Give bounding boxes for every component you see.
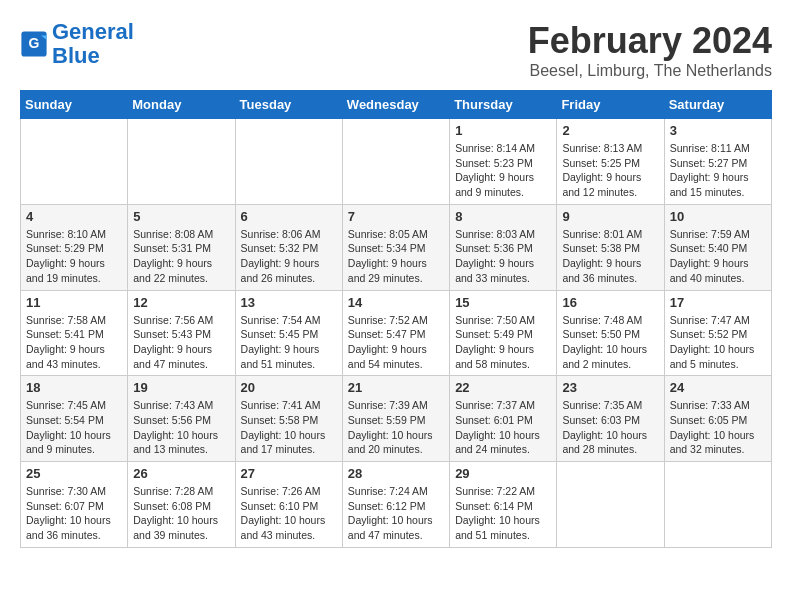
calendar-cell: 3Sunrise: 8:11 AMSunset: 5:27 PMDaylight…	[664, 119, 771, 205]
calendar-cell: 6Sunrise: 8:06 AMSunset: 5:32 PMDaylight…	[235, 204, 342, 290]
day-info: Sunrise: 7:54 AMSunset: 5:45 PMDaylight:…	[241, 313, 337, 372]
calendar-cell: 7Sunrise: 8:05 AMSunset: 5:34 PMDaylight…	[342, 204, 449, 290]
day-number: 23	[562, 380, 658, 395]
day-number: 9	[562, 209, 658, 224]
day-info: Sunrise: 8:06 AMSunset: 5:32 PMDaylight:…	[241, 227, 337, 286]
day-header: Friday	[557, 91, 664, 119]
day-info: Sunrise: 7:58 AMSunset: 5:41 PMDaylight:…	[26, 313, 122, 372]
calendar-cell: 28Sunrise: 7:24 AMSunset: 6:12 PMDayligh…	[342, 462, 449, 548]
calendar-week-row: 4Sunrise: 8:10 AMSunset: 5:29 PMDaylight…	[21, 204, 772, 290]
day-info: Sunrise: 8:13 AMSunset: 5:25 PMDaylight:…	[562, 141, 658, 200]
day-number: 21	[348, 380, 444, 395]
day-info: Sunrise: 7:33 AMSunset: 6:05 PMDaylight:…	[670, 398, 766, 457]
day-info: Sunrise: 8:08 AMSunset: 5:31 PMDaylight:…	[133, 227, 229, 286]
day-number: 20	[241, 380, 337, 395]
day-info: Sunrise: 7:56 AMSunset: 5:43 PMDaylight:…	[133, 313, 229, 372]
calendar-header-row: SundayMondayTuesdayWednesdayThursdayFrid…	[21, 91, 772, 119]
day-number: 1	[455, 123, 551, 138]
day-info: Sunrise: 7:43 AMSunset: 5:56 PMDaylight:…	[133, 398, 229, 457]
calendar-cell: 23Sunrise: 7:35 AMSunset: 6:03 PMDayligh…	[557, 376, 664, 462]
logo-text: General Blue	[52, 20, 134, 68]
calendar-cell: 11Sunrise: 7:58 AMSunset: 5:41 PMDayligh…	[21, 290, 128, 376]
calendar-cell: 26Sunrise: 7:28 AMSunset: 6:08 PMDayligh…	[128, 462, 235, 548]
calendar-cell: 22Sunrise: 7:37 AMSunset: 6:01 PMDayligh…	[450, 376, 557, 462]
calendar-cell	[128, 119, 235, 205]
day-number: 15	[455, 295, 551, 310]
calendar-cell	[21, 119, 128, 205]
calendar-body: 1Sunrise: 8:14 AMSunset: 5:23 PMDaylight…	[21, 119, 772, 548]
calendar-cell: 13Sunrise: 7:54 AMSunset: 5:45 PMDayligh…	[235, 290, 342, 376]
day-number: 11	[26, 295, 122, 310]
day-number: 2	[562, 123, 658, 138]
calendar-cell	[664, 462, 771, 548]
day-info: Sunrise: 8:03 AMSunset: 5:36 PMDaylight:…	[455, 227, 551, 286]
day-number: 10	[670, 209, 766, 224]
calendar-cell: 2Sunrise: 8:13 AMSunset: 5:25 PMDaylight…	[557, 119, 664, 205]
calendar-week-row: 18Sunrise: 7:45 AMSunset: 5:54 PMDayligh…	[21, 376, 772, 462]
day-info: Sunrise: 7:24 AMSunset: 6:12 PMDaylight:…	[348, 484, 444, 543]
day-info: Sunrise: 8:14 AMSunset: 5:23 PMDaylight:…	[455, 141, 551, 200]
day-number: 22	[455, 380, 551, 395]
svg-text:G: G	[29, 35, 40, 51]
day-number: 28	[348, 466, 444, 481]
day-info: Sunrise: 7:22 AMSunset: 6:14 PMDaylight:…	[455, 484, 551, 543]
logo-line1: General	[52, 19, 134, 44]
day-number: 4	[26, 209, 122, 224]
calendar-cell: 21Sunrise: 7:39 AMSunset: 5:59 PMDayligh…	[342, 376, 449, 462]
day-info: Sunrise: 8:11 AMSunset: 5:27 PMDaylight:…	[670, 141, 766, 200]
title-block: February 2024 Beesel, Limburg, The Nethe…	[528, 20, 772, 80]
day-header: Monday	[128, 91, 235, 119]
calendar-cell: 25Sunrise: 7:30 AMSunset: 6:07 PMDayligh…	[21, 462, 128, 548]
day-number: 16	[562, 295, 658, 310]
day-number: 29	[455, 466, 551, 481]
day-number: 3	[670, 123, 766, 138]
calendar-cell: 5Sunrise: 8:08 AMSunset: 5:31 PMDaylight…	[128, 204, 235, 290]
day-number: 7	[348, 209, 444, 224]
month-title: February 2024	[528, 20, 772, 62]
day-number: 25	[26, 466, 122, 481]
day-info: Sunrise: 7:45 AMSunset: 5:54 PMDaylight:…	[26, 398, 122, 457]
calendar-cell: 9Sunrise: 8:01 AMSunset: 5:38 PMDaylight…	[557, 204, 664, 290]
day-number: 19	[133, 380, 229, 395]
calendar-cell: 24Sunrise: 7:33 AMSunset: 6:05 PMDayligh…	[664, 376, 771, 462]
calendar-cell: 17Sunrise: 7:47 AMSunset: 5:52 PMDayligh…	[664, 290, 771, 376]
day-info: Sunrise: 8:05 AMSunset: 5:34 PMDaylight:…	[348, 227, 444, 286]
day-info: Sunrise: 7:47 AMSunset: 5:52 PMDaylight:…	[670, 313, 766, 372]
day-header: Thursday	[450, 91, 557, 119]
calendar-cell: 4Sunrise: 8:10 AMSunset: 5:29 PMDaylight…	[21, 204, 128, 290]
day-header: Sunday	[21, 91, 128, 119]
day-info: Sunrise: 7:26 AMSunset: 6:10 PMDaylight:…	[241, 484, 337, 543]
day-info: Sunrise: 7:48 AMSunset: 5:50 PMDaylight:…	[562, 313, 658, 372]
day-number: 13	[241, 295, 337, 310]
day-header: Saturday	[664, 91, 771, 119]
calendar-cell: 19Sunrise: 7:43 AMSunset: 5:56 PMDayligh…	[128, 376, 235, 462]
calendar-cell: 29Sunrise: 7:22 AMSunset: 6:14 PMDayligh…	[450, 462, 557, 548]
calendar-cell: 12Sunrise: 7:56 AMSunset: 5:43 PMDayligh…	[128, 290, 235, 376]
calendar-cell: 10Sunrise: 7:59 AMSunset: 5:40 PMDayligh…	[664, 204, 771, 290]
calendar-cell: 1Sunrise: 8:14 AMSunset: 5:23 PMDaylight…	[450, 119, 557, 205]
day-number: 27	[241, 466, 337, 481]
day-number: 8	[455, 209, 551, 224]
calendar-cell	[557, 462, 664, 548]
calendar-cell: 20Sunrise: 7:41 AMSunset: 5:58 PMDayligh…	[235, 376, 342, 462]
calendar-cell: 15Sunrise: 7:50 AMSunset: 5:49 PMDayligh…	[450, 290, 557, 376]
day-number: 5	[133, 209, 229, 224]
calendar-cell: 18Sunrise: 7:45 AMSunset: 5:54 PMDayligh…	[21, 376, 128, 462]
day-info: Sunrise: 7:41 AMSunset: 5:58 PMDaylight:…	[241, 398, 337, 457]
day-info: Sunrise: 8:01 AMSunset: 5:38 PMDaylight:…	[562, 227, 658, 286]
day-info: Sunrise: 7:59 AMSunset: 5:40 PMDaylight:…	[670, 227, 766, 286]
calendar-cell	[235, 119, 342, 205]
day-number: 6	[241, 209, 337, 224]
calendar-cell	[342, 119, 449, 205]
day-info: Sunrise: 7:52 AMSunset: 5:47 PMDaylight:…	[348, 313, 444, 372]
logo-line2: Blue	[52, 43, 100, 68]
calendar-week-row: 11Sunrise: 7:58 AMSunset: 5:41 PMDayligh…	[21, 290, 772, 376]
calendar-cell: 8Sunrise: 8:03 AMSunset: 5:36 PMDaylight…	[450, 204, 557, 290]
day-info: Sunrise: 7:28 AMSunset: 6:08 PMDaylight:…	[133, 484, 229, 543]
day-info: Sunrise: 7:35 AMSunset: 6:03 PMDaylight:…	[562, 398, 658, 457]
day-info: Sunrise: 7:39 AMSunset: 5:59 PMDaylight:…	[348, 398, 444, 457]
calendar-cell: 14Sunrise: 7:52 AMSunset: 5:47 PMDayligh…	[342, 290, 449, 376]
day-header: Wednesday	[342, 91, 449, 119]
logo-icon: G	[20, 30, 48, 58]
day-number: 18	[26, 380, 122, 395]
